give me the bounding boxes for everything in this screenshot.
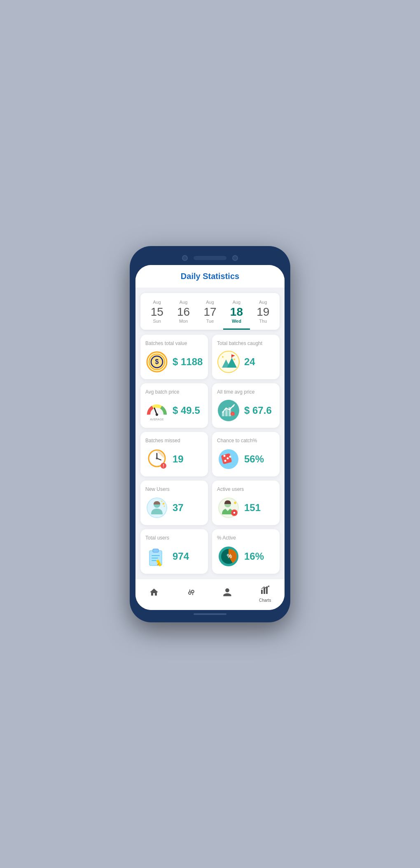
speaker — [194, 256, 226, 260]
home-bar — [194, 613, 226, 615]
date-aug19[interactable]: Aug 19 Thu — [250, 297, 276, 330]
phone-device: Daily Statistics Aug 15 Sun Aug 16 Mon — [130, 246, 290, 622]
stat-percent-active: % Active % — [212, 529, 280, 574]
coin-icon: $ — [145, 350, 168, 373]
svg-point-31 — [227, 457, 229, 459]
all-time-avg-price: $ 67.6 — [244, 405, 272, 416]
svg-point-56 — [191, 590, 194, 593]
svg-point-41 — [234, 502, 236, 504]
stat-batches-missed: Batches missed — [140, 432, 208, 476]
svg-point-10 — [233, 359, 235, 360]
nav-home[interactable] — [142, 586, 166, 601]
stat-batches-total-value: Batches total value $ $ 1188 — [140, 335, 208, 379]
svg-point-37 — [161, 500, 163, 502]
date-picker[interactable]: Aug 15 Sun Aug 16 Mon Aug 17 Tue — [140, 293, 280, 330]
camera2 — [232, 255, 238, 261]
svg-point-55 — [189, 592, 191, 594]
svg-point-36 — [163, 502, 165, 504]
stat-active-users: Active users — [212, 481, 280, 525]
total-batches-caught: 24 — [244, 356, 255, 368]
svg-rect-58 — [264, 588, 265, 594]
date-aug16[interactable]: Aug 16 Mon — [170, 297, 196, 330]
svg-point-9 — [222, 356, 224, 358]
svg-point-33 — [224, 460, 226, 462]
date-aug15[interactable]: Aug 15 Sun — [144, 297, 170, 330]
charts-label: Charts — [259, 598, 271, 603]
stats-grid: Batches total value $ $ 1188 — [135, 335, 285, 579]
trophy-icon — [217, 350, 240, 373]
svg-rect-16 — [225, 409, 228, 416]
chance-to-catch: 56% — [244, 453, 264, 465]
svg-text:↑: ↑ — [232, 413, 233, 415]
svg-point-12 — [156, 413, 158, 416]
settings-icon — [186, 587, 196, 600]
svg-text:$: $ — [155, 358, 159, 365]
svg-text:AVERAGE: AVERAGE — [150, 418, 164, 421]
stat-total-users: Total users — [140, 529, 208, 574]
bottom-nav: Charts — [135, 579, 285, 610]
chart-up-icon: ↑ — [217, 399, 240, 422]
date-aug17[interactable]: Aug 17 Tue — [197, 297, 223, 330]
percent-active: 16% — [244, 551, 264, 562]
avg-batch-price: $ 49.5 — [173, 405, 200, 416]
svg-point-32 — [229, 455, 231, 457]
date-aug18[interactable]: Aug 18 Wed — [223, 297, 250, 330]
clock-icon: ! — [145, 448, 168, 471]
camera — [182, 255, 188, 261]
batches-total-value: $ 1188 — [173, 356, 203, 368]
new-users: 37 — [173, 502, 184, 514]
notch-area — [135, 252, 285, 265]
stat-total-batches-caught: Total batches caught — [212, 335, 280, 379]
page-header: Daily Statistics — [135, 265, 285, 288]
page-title: Daily Statistics — [142, 272, 278, 281]
svg-point-30 — [224, 455, 226, 457]
batches-missed: 19 — [173, 453, 184, 465]
svg-point-25 — [156, 457, 158, 459]
active-user-icon — [217, 496, 240, 519]
active-users: 151 — [244, 502, 261, 514]
charts-icon — [260, 585, 270, 597]
percent-icon: % — [217, 545, 240, 568]
phone-screen: Daily Statistics Aug 15 Sun Aug 16 Mon — [135, 265, 285, 610]
new-user-icon — [145, 496, 168, 519]
nav-settings[interactable] — [179, 586, 202, 601]
svg-point-44 — [233, 511, 236, 514]
home-bar-area — [135, 610, 285, 617]
document-icon — [145, 545, 168, 568]
stat-all-time-avg-price: All time avg price — [212, 383, 280, 428]
svg-rect-57 — [261, 590, 263, 594]
dice-icon — [217, 448, 240, 471]
screen-content: Daily Statistics Aug 15 Sun Aug 16 Mon — [135, 265, 285, 610]
stat-new-users: New Users — [140, 481, 208, 525]
stat-chance-to-catch: Chance to catch% — [212, 432, 280, 476]
svg-point-4 — [218, 351, 239, 373]
nav-profile[interactable] — [216, 586, 239, 601]
svg-text:%: % — [227, 553, 232, 559]
nav-charts[interactable]: Charts — [252, 583, 278, 604]
gauge-icon: AVERAGE — [145, 399, 168, 422]
total-users: 974 — [173, 551, 189, 562]
person-icon — [222, 587, 232, 600]
home-icon — [149, 587, 159, 600]
svg-point-38 — [164, 505, 165, 507]
svg-rect-46 — [153, 549, 159, 552]
stat-avg-batch-price: Avg batch price — [140, 383, 208, 428]
svg-text:!: ! — [163, 464, 164, 468]
